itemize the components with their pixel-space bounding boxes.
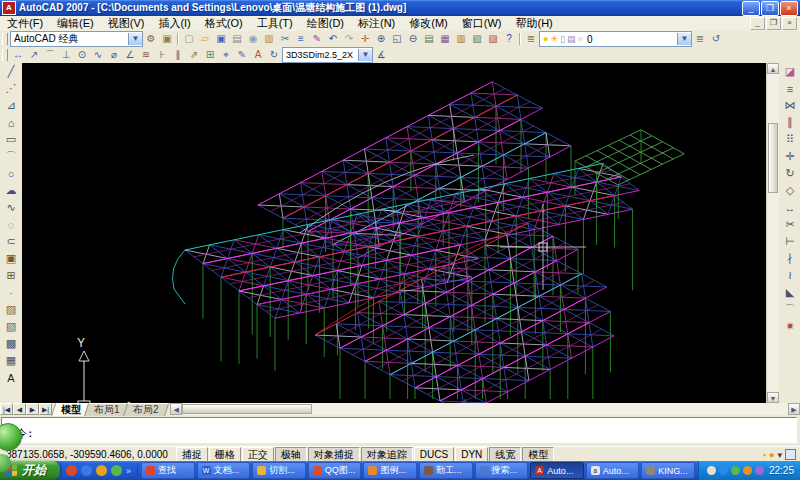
make-layer-current-icon[interactable]: ≣ — [692, 32, 708, 46]
properties-icon[interactable]: ▤ — [421, 32, 437, 46]
mirror-icon[interactable]: ⋈ — [781, 97, 799, 114]
workspace-save-icon[interactable]: ▣ — [159, 32, 175, 46]
task-button-7[interactable]: 搜索... — [475, 462, 529, 479]
toggle-捕捉[interactable]: 捕捉 — [176, 447, 208, 462]
task-button-9[interactable]: aAuto... — [586, 462, 640, 479]
chevron-down-icon[interactable]: ▼ — [358, 49, 372, 61]
dim-style-combo[interactable]: 3D3SDim2.5_2X ▼ — [282, 47, 373, 63]
layer-on-bulb-icon[interactable]: ● — [543, 34, 548, 44]
layer-unlock-icon[interactable]: ▯ — [560, 34, 565, 44]
toolbar-lock-icon[interactable]: ▪ — [763, 450, 766, 460]
dim-style-icon[interactable]: ∡ — [373, 48, 389, 62]
menu-item-1[interactable]: 文件(F) — [0, 16, 50, 31]
construction-line-icon[interactable]: ⋰ — [2, 80, 20, 97]
communication-center-icon[interactable]: ● — [769, 450, 774, 460]
menu-item-5[interactable]: 格式(O) — [198, 16, 250, 31]
sheet-set-icon[interactable]: ▧ — [469, 32, 485, 46]
workspace-combo[interactable]: AutoCAD 经典 ▼ — [10, 31, 143, 47]
designcenter-icon[interactable]: ▦ — [437, 32, 453, 46]
tray-ime-icon[interactable] — [755, 466, 764, 475]
toggle-线宽[interactable]: 线宽 — [489, 447, 521, 462]
rectangle-icon[interactable]: ▭ — [2, 131, 20, 148]
dim-linear-icon[interactable]: ↔ — [10, 48, 26, 62]
tab-nav-1[interactable]: |◀ — [0, 403, 13, 415]
task-button-4[interactable]: QQ图... — [308, 462, 362, 479]
vertical-scroll-thumb[interactable] — [768, 123, 778, 193]
zoom-previous-icon[interactable]: ⊖ — [405, 32, 421, 46]
scroll-up-icon[interactable]: ▲ — [767, 63, 779, 74]
clean-screen-button[interactable] — [785, 449, 796, 460]
task-button-1[interactable]: 查找 — [141, 462, 195, 479]
redo-icon[interactable]: ↷ — [341, 32, 357, 46]
markup-icon[interactable]: ▨ — [485, 32, 501, 46]
plot-preview-icon[interactable]: ◉ — [245, 32, 261, 46]
line-icon[interactable]: ╱ — [2, 63, 20, 80]
layer-combo[interactable]: ●✳▯▤■ 0 ▼ — [539, 31, 692, 47]
menu-item-7[interactable]: 绘图(D) — [300, 16, 351, 31]
layer-plot-icon[interactable]: ▤ — [567, 34, 576, 44]
undo-icon[interactable]: ↶ — [325, 32, 341, 46]
region-icon[interactable]: ▩ — [2, 335, 20, 352]
ellipse-icon[interactable]: ◌ — [2, 216, 20, 233]
spline-icon[interactable]: ∿ — [2, 199, 20, 216]
vertical-scrollbar[interactable]: ▲ ▼ — [766, 63, 779, 403]
layer-properties-icon[interactable]: ≣ — [523, 32, 539, 46]
scale-icon[interactable]: ◇ — [781, 182, 799, 199]
tray-qq-icon[interactable] — [743, 466, 752, 475]
dim-diameter-icon[interactable]: ⌀ — [106, 48, 122, 62]
workspace-settings-icon[interactable]: ⚙ — [143, 32, 159, 46]
menu-item-4[interactable]: 插入(I) — [151, 16, 197, 31]
task-button-8[interactable]: AAuto... — [530, 462, 584, 479]
menu-item-10[interactable]: 窗口(W) — [455, 16, 509, 31]
quick-launch-more-icon[interactable]: » — [126, 466, 131, 476]
rotate-icon[interactable]: ↻ — [781, 165, 799, 182]
toggle-对象捕捉[interactable]: 对象捕捉 — [308, 447, 360, 462]
table-icon[interactable]: ▦ — [2, 352, 20, 369]
toggle-对象追踪[interactable]: 对象追踪 — [361, 447, 413, 462]
task-button-5[interactable]: 图例... — [363, 462, 417, 479]
layer-previous-icon[interactable]: ↺ — [708, 32, 724, 46]
ellipse-arc-icon[interactable]: ⊂ — [2, 233, 20, 250]
toggle-极轴[interactable]: 极轴 — [275, 447, 307, 462]
dim-continue-icon[interactable]: ∥ — [170, 48, 186, 62]
help-icon[interactable]: ? — [501, 32, 517, 46]
horizontal-scroll-thumb[interactable] — [182, 404, 312, 414]
dim-angular-icon[interactable]: ∠ — [122, 48, 138, 62]
explode-icon[interactable]: ✷ — [781, 318, 799, 335]
scroll-down-icon[interactable]: ▼ — [767, 392, 779, 403]
layer-color-swatch[interactable]: ■ — [577, 34, 582, 44]
array-icon[interactable]: ⠿ — [781, 131, 799, 148]
tray-messenger-icon[interactable] — [719, 466, 728, 475]
chevron-down-icon[interactable]: ▼ — [128, 33, 142, 45]
publish-icon[interactable]: ▥ — [261, 32, 277, 46]
tolerance-icon[interactable]: ⊞ — [202, 48, 218, 62]
menu-item-9[interactable]: 修改(M) — [402, 16, 455, 31]
dim-text-edit-icon[interactable]: A — [250, 48, 266, 62]
tab-nav-4[interactable]: ▶| — [39, 403, 52, 415]
task-button-6[interactable]: 勤工... — [419, 462, 473, 479]
break-at-point-icon[interactable]: ∤ — [781, 250, 799, 267]
toggle-DUCS[interactable]: DUCS — [414, 447, 454, 462]
tab-nav-3[interactable]: ▶ — [26, 403, 39, 415]
arc-icon[interactable]: ⌒ — [2, 148, 20, 165]
zoom-realtime-icon[interactable]: ⊕ — [373, 32, 389, 46]
menu-item-8[interactable]: 标注(N) — [351, 16, 402, 31]
task-button-10[interactable]: KING... — [641, 462, 695, 479]
dim-jogged-icon[interactable]: ∿ — [90, 48, 106, 62]
dim-aligned-icon[interactable]: ↗ — [26, 48, 42, 62]
scroll-right-icon[interactable]: ▶ — [788, 403, 800, 415]
new-file-icon[interactable]: ▢ — [181, 32, 197, 46]
toggle-正交[interactable]: 正交 — [242, 447, 274, 462]
gradient-icon[interactable]: ▧ — [2, 318, 20, 335]
tray-volume-icon[interactable] — [707, 466, 716, 475]
dim-arc-length-icon[interactable]: ⌒ — [42, 48, 58, 62]
copy-icon[interactable]: ≡ — [293, 32, 309, 46]
trim-icon[interactable]: ✂ — [781, 216, 799, 233]
revision-cloud-icon[interactable]: ☁ — [2, 182, 20, 199]
erase-icon[interactable]: ◪ — [781, 63, 799, 80]
tray-browser-icon[interactable] — [731, 466, 740, 475]
chevron-down-icon[interactable]: ▼ — [677, 33, 691, 45]
quick-launch-messenger-icon[interactable] — [66, 465, 77, 476]
horizontal-scrollbar[interactable]: ◀ ▶ — [170, 403, 800, 415]
quick-dim-icon[interactable]: ≋ — [138, 48, 154, 62]
